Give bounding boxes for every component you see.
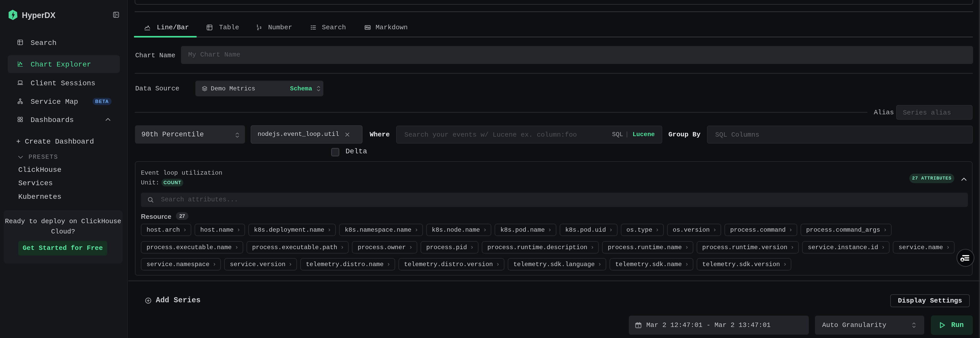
svg-text:2: 2 — [257, 27, 259, 31]
svg-text:1: 1 — [638, 324, 639, 327]
svg-text:3: 3 — [260, 26, 261, 30]
